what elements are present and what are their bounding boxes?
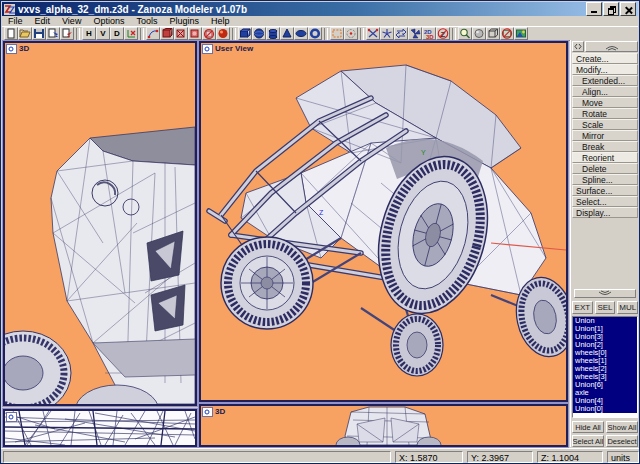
primitive-sphere-icon <box>253 28 265 39</box>
rect-select-icon <box>331 28 343 39</box>
view-wire-button[interactable] <box>174 27 188 40</box>
bend-tool-button[interactable] <box>146 27 160 40</box>
face-flip-button[interactable] <box>394 27 408 40</box>
command-item[interactable]: Select... <box>572 196 638 207</box>
viewport-3d-left[interactable]: 3D <box>3 41 197 406</box>
command-item[interactable]: Move <box>572 97 638 108</box>
command-item[interactable]: Reorient <box>572 152 638 163</box>
app-window: vxvs_alpha_32_dm.z3d - Zanoza Modeler v1… <box>0 0 640 464</box>
primitive-ellipsoid-icon <box>295 28 307 39</box>
status-y-coordinate: Y: 2.3967 <box>467 451 533 463</box>
rollup-bottom-button[interactable] <box>574 289 636 298</box>
object-action-button[interactable]: Hide All <box>572 421 604 433</box>
viewport-label-text: 3D <box>19 45 29 53</box>
primitive-box-button[interactable] <box>238 27 252 40</box>
command-item[interactable]: Surface... <box>572 185 638 196</box>
primitive-cone-button[interactable] <box>280 27 294 40</box>
viewport-user-view-canvas[interactable]: Y Z <box>201 43 566 400</box>
mode-button[interactable]: MUL <box>617 301 638 314</box>
menu-item[interactable]: View <box>56 16 87 26</box>
close-button[interactable] <box>620 2 636 16</box>
render-button[interactable] <box>216 27 230 40</box>
rect-select-button[interactable] <box>330 27 344 40</box>
toggle-v-view-button[interactable]: V <box>96 27 110 40</box>
viewport-wireframe-closeup[interactable] <box>3 409 197 447</box>
status-x-coordinate: X: 1.5870 <box>395 451 463 463</box>
primitive-cylinder-button[interactable] <box>266 27 280 40</box>
view-textured-icon <box>161 28 173 39</box>
command-list: Create...Modify...Extended...Align...Mov… <box>572 53 638 218</box>
wire-box-button[interactable] <box>486 27 500 40</box>
view-off-button[interactable] <box>202 27 216 40</box>
vertex-star-button[interactable] <box>380 27 394 40</box>
viewport-3d-left-canvas[interactable] <box>5 43 195 404</box>
restore-button[interactable] <box>603 2 619 16</box>
command-item[interactable]: Rotate <box>572 108 638 119</box>
command-item[interactable]: Modify... <box>572 64 638 75</box>
command-item[interactable]: Mirror <box>572 130 638 141</box>
viewport-wireframe-canvas[interactable] <box>5 411 195 445</box>
object-action-button[interactable]: Deselect <box>606 435 638 447</box>
menu-item[interactable]: Options <box>87 16 130 26</box>
viewport-3d-bottom[interactable]: 3D <box>199 404 568 447</box>
primitive-sphere-button[interactable] <box>252 27 266 40</box>
toggle-h-view-button[interactable]: H <box>82 27 96 40</box>
view-shaded-button[interactable] <box>188 27 202 40</box>
command-item[interactable]: Delete <box>572 163 638 174</box>
object-action-button[interactable]: Select All <box>572 435 604 447</box>
scene-object-item[interactable]: Union[0] <box>573 405 637 413</box>
minimize-button[interactable] <box>586 2 602 16</box>
primitive-ellipsoid-button[interactable] <box>294 27 308 40</box>
toolbar-separator <box>140 28 144 40</box>
menu-item[interactable]: File <box>2 16 29 26</box>
menu-item[interactable]: Tools <box>130 16 163 26</box>
save-file-button[interactable] <box>32 27 46 40</box>
command-item[interactable]: Extended... <box>572 75 638 86</box>
command-item[interactable]: Scale <box>572 119 638 130</box>
smooth-sphere-button[interactable] <box>472 27 486 40</box>
smooth-sphere-icon <box>473 28 485 39</box>
menu-item[interactable]: Help <box>205 16 236 26</box>
toolbar-separator <box>232 28 236 40</box>
toggle-d-view-button[interactable]: D <box>110 27 124 40</box>
titlebar[interactable]: vxvs_alpha_32_dm.z3d - Zanoza Modeler v1… <box>2 2 638 16</box>
new-file-button[interactable] <box>4 27 18 40</box>
import-button[interactable] <box>46 27 60 40</box>
command-item[interactable]: Break <box>572 141 638 152</box>
rollup-button[interactable] <box>585 41 638 52</box>
mode-button[interactable]: SEL <box>595 301 616 314</box>
command-item[interactable]: Align... <box>572 86 638 97</box>
viewport-label-text: 3D <box>215 408 225 416</box>
zoom-button[interactable] <box>458 27 472 40</box>
wire-box-icon <box>487 28 499 39</box>
viewport-user-view[interactable]: User View <box>199 41 568 402</box>
face-flip-icon <box>395 28 407 39</box>
surface-fan-button[interactable] <box>408 27 422 40</box>
mode-button[interactable]: EXT <box>572 301 593 314</box>
selection-mode-buttons: EXTSELMUL <box>572 301 638 314</box>
export-button[interactable] <box>60 27 74 40</box>
view-textured-button[interactable] <box>160 27 174 40</box>
viewport-3d-bottom-canvas[interactable] <box>201 406 566 445</box>
scene-object-list[interactable]: UnionUnion[1]Union[3]Union[2]wheels[0]wh… <box>572 316 638 418</box>
texture-off-button[interactable] <box>500 27 514 40</box>
open-file-button[interactable] <box>18 27 32 40</box>
command-item[interactable]: Spline... <box>572 174 638 185</box>
menu-item[interactable]: Plugins <box>163 16 205 26</box>
zoom-icon <box>459 28 471 39</box>
panel-toggle-button[interactable] <box>572 41 584 52</box>
command-item[interactable]: Create... <box>572 53 638 64</box>
menu-item[interactable]: Edit <box>29 16 57 26</box>
axis-y-label: Y <box>421 149 426 156</box>
primitive-torus-button[interactable] <box>308 27 322 40</box>
command-panel: Create...Modify...Extended...Align...Mov… <box>570 40 639 447</box>
vertex-merge-button[interactable] <box>366 27 380 40</box>
command-item[interactable]: Display... <box>572 207 638 218</box>
rollup-down-chevron-icon <box>597 290 613 298</box>
no-z-button[interactable]: Z <box>436 27 450 40</box>
snap-numbers-button[interactable]: 2D3D <box>422 27 436 40</box>
hide-axis-button[interactable] <box>124 27 138 40</box>
circle-select-button[interactable] <box>344 27 358 40</box>
object-action-button[interactable]: Show All <box>606 421 638 433</box>
texture-view-button[interactable] <box>514 27 528 40</box>
